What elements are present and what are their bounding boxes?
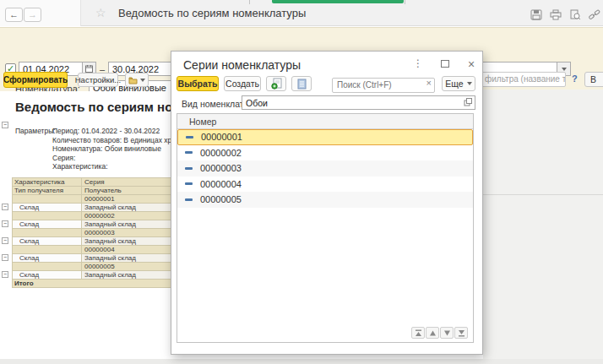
dialog-title: Серии номенклатуры [183, 58, 301, 72]
go-first-button[interactable] [411, 327, 425, 339]
report-cell: Склад [13, 237, 82, 246]
series-row[interactable]: 00000005 [177, 192, 473, 208]
series-number: 00000001 [201, 132, 242, 142]
report-cell: Тип получателя [13, 187, 82, 195]
series-number: 00000004 [200, 179, 242, 189]
save-icon[interactable] [530, 9, 544, 21]
item-dash-icon [185, 198, 193, 201]
item-dash-icon [185, 182, 193, 185]
series-number: 00000003 [200, 163, 242, 173]
report-cell [13, 229, 82, 237]
more-button[interactable]: Еще [442, 76, 475, 91]
report-cell: Склад [13, 254, 82, 263]
top-bar: ← → ☆ Ведомость по сериям номенклатуры [0, 0, 603, 26]
collapse-row-icon[interactable]: − [2, 237, 8, 244]
more-button-label: Еще [445, 79, 463, 89]
param-line: Количество товаров: В единицах хр [52, 136, 171, 145]
param-line: Серия: [52, 154, 171, 163]
collapse-row-icon[interactable]: − [2, 204, 8, 210]
document-icon [297, 79, 307, 90]
search-clear-icon[interactable]: × [426, 78, 432, 88]
list-nav-buttons [411, 327, 468, 339]
report-cell: Характеристика [13, 178, 82, 187]
report-cell: Склад [13, 204, 82, 212]
dialog-menu-icon[interactable]: ⋮ [413, 57, 423, 69]
series-selection-dialog: Серии номенклатуры ⋮ × Выбрать Создать ×… [171, 51, 483, 355]
item-dash-icon [186, 136, 193, 139]
panel-divider [483, 194, 603, 195]
param-line: Характеристика: [52, 162, 171, 171]
series-row[interactable]: 00000001 [177, 129, 473, 145]
bottom-strip [0, 359, 603, 364]
copy-button[interactable] [291, 76, 312, 91]
dialog-maximize-icon[interactable] [441, 60, 449, 68]
series-row[interactable]: 00000004 [177, 177, 473, 193]
dialog-close-icon[interactable]: × [468, 57, 475, 71]
link-icon[interactable] [589, 9, 602, 21]
report-cell [13, 246, 82, 254]
report-cell: Склад [13, 220, 82, 229]
help-button[interactable]: ? [572, 73, 578, 84]
series-number: 00000005 [200, 194, 242, 204]
go-next-button[interactable] [440, 327, 454, 339]
partial-right-button[interactable]: В [584, 72, 603, 87]
collapse-group-icon[interactable]: − [2, 122, 8, 128]
series-number: 00000002 [200, 148, 242, 158]
folder-icon [128, 76, 138, 84]
open-icon[interactable] [464, 98, 472, 108]
param-line: Период: 01.04.2022 - 30.04.2022 [52, 127, 171, 136]
document-plus-icon [271, 78, 282, 90]
settings-button[interactable]: Настройки... [78, 73, 118, 87]
collapse-row-icon[interactable]: − [2, 220, 8, 227]
create-button[interactable]: Создать [224, 76, 261, 91]
tab-separator [405, 0, 405, 4]
item-dash-icon [185, 151, 193, 154]
active-tab-indicator [272, 0, 404, 3]
collapse-row-icon[interactable]: − [2, 254, 8, 261]
param-line: Номенклатура: Обои виниловые [52, 144, 171, 154]
series-row[interactable]: 00000003 [177, 160, 473, 177]
go-last-button[interactable] [454, 327, 468, 339]
tab-separator [249, 0, 250, 4]
search-box[interactable]: × [332, 76, 435, 91]
series-list: Номер 0000000100000002000000030000000400… [177, 113, 474, 343]
report-cell [13, 212, 82, 220]
go-prev-button[interactable] [426, 327, 439, 339]
item-dash-icon [185, 167, 193, 170]
search-input[interactable] [332, 78, 435, 93]
select-button[interactable]: Выбрать [177, 76, 219, 91]
report-variants-button[interactable] [125, 73, 149, 87]
chevron-down-icon [140, 79, 145, 82]
report-params: Период: 01.04.2022 - 30.04.2022 Количест… [52, 127, 171, 171]
generate-button[interactable]: Сформировать [3, 72, 68, 88]
collapse-row-icon[interactable]: − [2, 271, 8, 278]
preview-icon[interactable] [569, 9, 583, 21]
report-cell [13, 263, 82, 271]
app-window: { "topbar": { "title": "Ведомость по сер… [0, 0, 603, 364]
back-button[interactable]: ← [5, 8, 23, 22]
series-row[interactable]: 00000002 [177, 145, 473, 161]
right-background-panel [483, 90, 603, 364]
forward-button[interactable]: → [24, 8, 41, 22]
report-params-label: Параметры: [15, 127, 56, 136]
view-kind-value[interactable]: Обои [242, 98, 464, 108]
chevron-down-icon [467, 82, 472, 85]
create-group-button[interactable] [266, 76, 286, 91]
report-cell: Склад [13, 271, 82, 280]
favorite-star-icon[interactable]: ☆ [95, 6, 106, 19]
report-title: Ведомость по сериям но [15, 100, 172, 114]
view-kind-field[interactable]: Обои [242, 95, 475, 110]
page-title: Ведомость по сериям номенклатуры [118, 7, 306, 19]
column-header-number[interactable]: Номер [177, 114, 473, 129]
print-icon[interactable] [550, 9, 563, 21]
report-cell [13, 195, 82, 204]
